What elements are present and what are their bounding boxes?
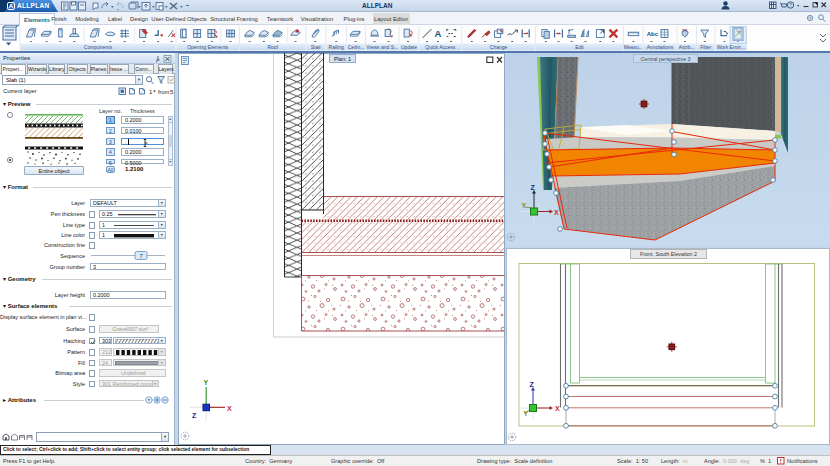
svg-text:Railing: Railing — [329, 44, 345, 50]
svg-text:Y: Y — [204, 379, 209, 386]
svg-text:Filter: Filter — [700, 44, 711, 50]
svg-text:Z: Z — [530, 381, 535, 388]
svg-text:Quick Access: Quick Access — [425, 44, 456, 50]
svg-text:Opening Elements: Opening Elements — [187, 44, 229, 50]
svg-text:Edit: Edit — [575, 44, 584, 50]
svg-text:?: ? — [789, 2, 792, 8]
svg-text:Change: Change — [490, 44, 508, 50]
svg-text:Stair: Stair — [311, 44, 322, 50]
svg-text:Update: Update — [401, 44, 417, 50]
svg-text:Measu...: Measu... — [624, 44, 643, 50]
svg-text:X: X — [554, 209, 559, 216]
svg-text:??: ?? — [682, 28, 688, 33]
svg-text:A: A — [435, 28, 442, 39]
svg-text:Z: Z — [192, 412, 197, 419]
svg-text:Views and S...: Views and S... — [366, 44, 398, 50]
svg-text:5: 5 — [170, 89, 174, 95]
svg-text:Components: Components — [84, 44, 113, 50]
svg-text:Z: Z — [531, 184, 536, 191]
svg-text:Roof: Roof — [267, 44, 278, 50]
svg-text:Work Envir...: Work Envir... — [717, 44, 745, 50]
svg-text:Attrib...: Attrib... — [679, 44, 695, 50]
svg-text:1: 1 — [149, 89, 153, 95]
svg-text:X: X — [227, 405, 232, 412]
svg-text:Ceilin...: Ceilin... — [348, 44, 365, 50]
svg-text:Annotations: Annotations — [647, 44, 674, 50]
svg-text:X: X — [555, 405, 560, 412]
svg-text:Abc: Abc — [647, 30, 659, 37]
svg-text:from: from — [158, 89, 170, 95]
